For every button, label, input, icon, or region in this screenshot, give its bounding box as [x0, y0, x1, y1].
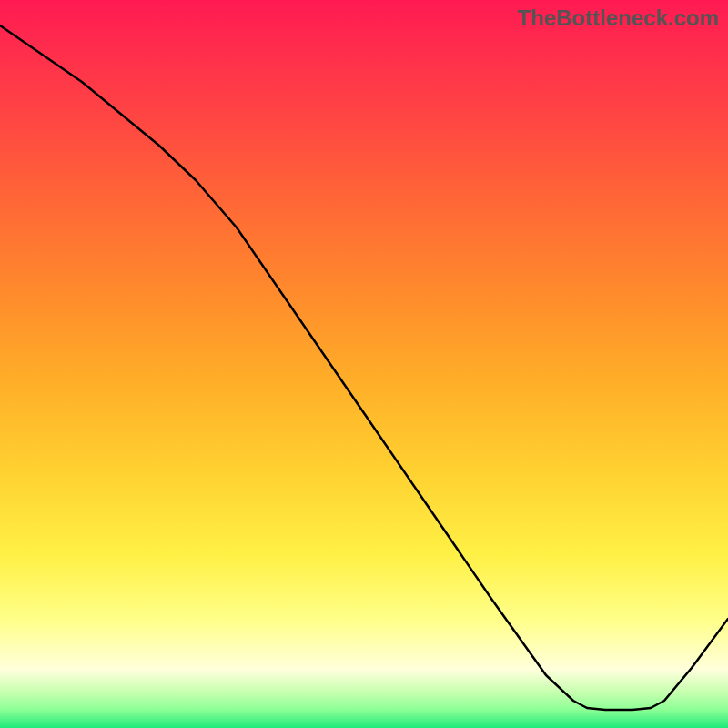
curve-svg [0, 0, 728, 728]
chart-container: TheBottleneck.com [0, 0, 728, 728]
watermark-text: TheBottleneck.com [518, 5, 719, 31]
curve-path [0, 25, 728, 710]
